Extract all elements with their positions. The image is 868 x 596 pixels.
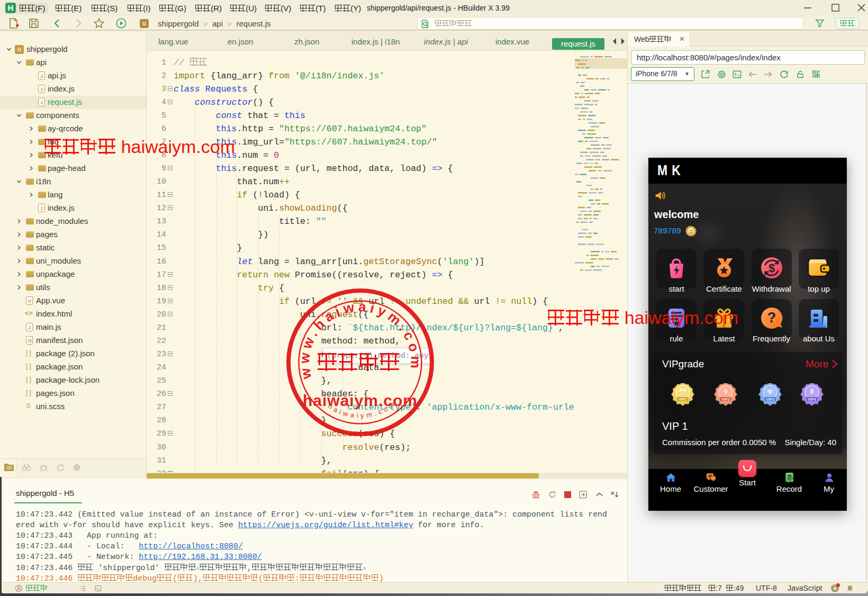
svg-text:haiwaiym.com: haiwaiym.com [303,392,418,409]
svg-text:VIP4: VIP4 [808,398,816,401]
svg-text:VIP2: VIP2 [721,398,729,401]
svg-text:VIP1: VIP1 [679,398,686,401]
svg-text:VIP3: VIP3 [766,398,774,401]
